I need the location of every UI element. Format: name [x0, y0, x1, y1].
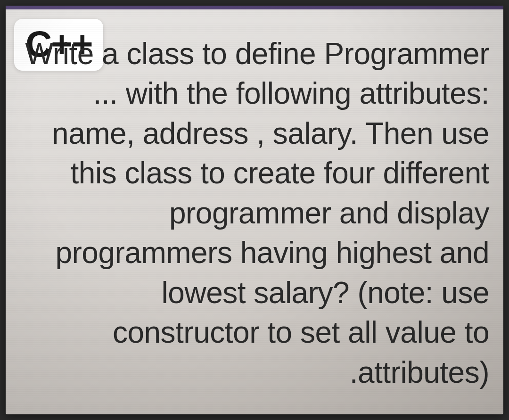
question-body: Write a class to define Programmer ... w…	[25, 34, 489, 392]
top-accent-bar	[6, 6, 503, 9]
document-page: C++ Write a class to define Programmer .…	[6, 6, 503, 414]
